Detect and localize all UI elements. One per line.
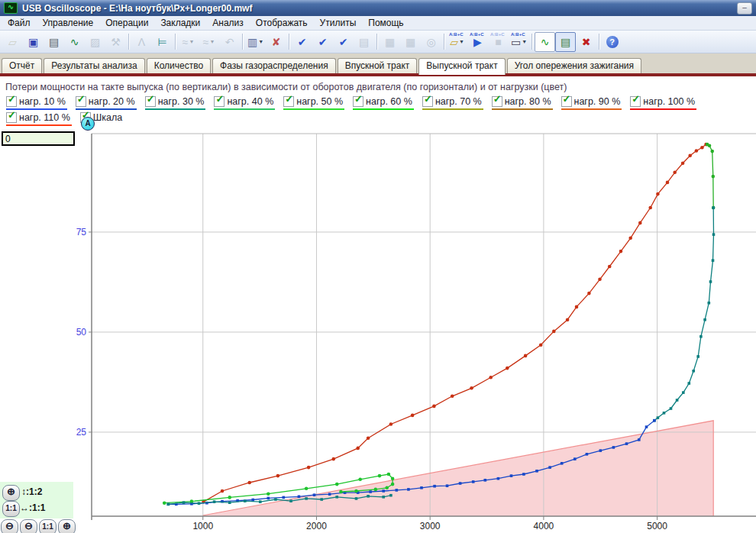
legend-item-нагр. 80 %[interactable]: нагр. 80 % — [492, 96, 553, 110]
zoom-one-to-one-v-button[interactable]: 1:1 — [2, 501, 20, 517]
menu-item-Помощь[interactable]: Помощь — [362, 17, 409, 29]
export-chart-button[interactable]: ∿ — [64, 32, 85, 52]
legend-item-нагр. 90 %[interactable]: нагр. 90 % — [561, 96, 622, 110]
marker-load-ramp-red — [681, 162, 685, 166]
save-button[interactable]: ▣ — [23, 32, 44, 52]
marker-return-blue — [382, 489, 385, 493]
legend-checkbox[interactable] — [492, 96, 502, 107]
legend-item-нагр. 60 %[interactable]: нагр. 60 % — [353, 96, 414, 110]
marker-loop-green — [354, 489, 358, 493]
marker-return-blue — [396, 489, 399, 492]
zoom-ratio-vertical: ↕:1:2 — [21, 486, 42, 497]
marker-return-blue — [548, 466, 551, 469]
marker-loop-green — [378, 474, 382, 478]
dropdown-arrow-icon[interactable]: ▼ — [209, 39, 215, 44]
legend-item-нагр. 10 %[interactable]: нагр. 10 % — [6, 96, 67, 110]
legend-checkbox[interactable] — [561, 96, 572, 107]
legend-item-нагр. 70 %[interactable]: нагр. 70 % — [422, 96, 483, 110]
legend-checkbox[interactable] — [422, 96, 433, 107]
abc-open-button[interactable]: A:B+C▱▼ — [447, 32, 467, 52]
legend-checkbox[interactable] — [214, 96, 225, 107]
legend-checkbox[interactable] — [630, 96, 641, 107]
chart-view-button[interactable]: ∿ — [535, 32, 555, 52]
legend-checkbox[interactable] — [353, 96, 363, 107]
legend-item-нагр. 50 %[interactable]: нагр. 50 % — [283, 96, 344, 110]
legend-item-нагр. 40 %[interactable]: нагр. 40 % — [214, 96, 275, 110]
tab-Фазы газораспределения[interactable]: Фазы газораспределения — [212, 58, 336, 73]
legend-item-нагр. 20 %[interactable]: нагр. 20 % — [76, 96, 137, 110]
open-file-icon: ▱ — [8, 36, 17, 48]
marker-return-blue — [638, 438, 641, 441]
marker-return-blue — [599, 449, 603, 452]
apply-next-button[interactable]: ✔ — [312, 32, 333, 52]
menu-item-Утилиты[interactable]: Утилиты — [314, 17, 363, 29]
dropdown-arrow-icon[interactable]: ▼ — [459, 39, 464, 44]
dropdown-arrow-icon[interactable]: ▼ — [258, 39, 263, 44]
zoom-bottom-button-3[interactable]: ⊕ — [58, 519, 76, 533]
toolbar-separator — [376, 34, 377, 50]
minimize-button[interactable]: – — [737, 2, 752, 15]
measure-button[interactable]: ⊨ — [152, 32, 173, 52]
tab-Количество[interactable]: Количество — [147, 58, 211, 73]
impulse-icon: Λ — [138, 36, 145, 48]
menu-item-Операции[interactable]: Операции — [99, 17, 154, 29]
zoom-bottom-button-0[interactable]: ⊖ — [1, 519, 18, 533]
marker-load-ramp-red — [506, 367, 509, 370]
tab-Отчёт[interactable]: Отчёт — [2, 58, 42, 73]
marker-load-ramp-red — [648, 206, 652, 210]
zoom-bottom-button-1[interactable]: ⊖ — [20, 519, 37, 533]
tab-Выпускной тракт[interactable]: Выпускной тракт — [418, 58, 505, 75]
legend-checkbox[interactable] — [6, 96, 17, 107]
marker-low-teal — [367, 495, 370, 498]
zoom-bottom-button-2[interactable]: 1:1 — [39, 519, 57, 533]
marker-return-blue — [645, 425, 648, 428]
marker-return-blue — [298, 496, 301, 499]
legend-item-нагр. 100 %[interactable]: нагр. 100 % — [630, 96, 696, 110]
marker-return-blue — [561, 462, 564, 465]
delete-marks-icon: ✖ — [582, 36, 591, 48]
help-button[interactable]: ? — [602, 32, 622, 52]
legend-checkbox[interactable] — [145, 96, 156, 107]
zoom-expand-v-button[interactable]: ⊕ — [2, 485, 20, 501]
legend-item-нагр. 110 %[interactable]: нагр. 110 % — [6, 112, 72, 126]
open-file-button: ▱ — [2, 32, 23, 52]
legend-checkbox[interactable] — [6, 112, 17, 123]
menu-item-Файл[interactable]: Файл — [2, 17, 37, 29]
marker-a[interactable]: A — [81, 117, 95, 131]
marker-low-teal — [274, 498, 277, 501]
tab-Угол опережения зажигания[interactable]: Угол опережения зажигания — [507, 58, 641, 73]
marker-load-ramp-red — [628, 237, 632, 241]
delete-marks-button[interactable]: ✖ — [576, 32, 596, 52]
legend-checkbox[interactable] — [76, 96, 86, 107]
window-title: USB Oscilloscope - E:\На ноутбук\Px+Long… — [22, 3, 252, 14]
menu-item-Закладки[interactable]: Закладки — [154, 17, 206, 29]
marker-return-blue — [586, 453, 589, 456]
abc-run-button[interactable]: A:B+C▶ — [467, 32, 488, 52]
select-graph-button[interactable]: ▥▼ — [245, 32, 266, 52]
notes-button[interactable]: ▤ — [555, 32, 576, 52]
dropdown-arrow-icon[interactable]: ▼ — [189, 39, 194, 44]
value-input[interactable] — [2, 131, 75, 146]
marker-return-blue — [535, 470, 538, 473]
menu-item-Отображать[interactable]: Отображать — [250, 17, 314, 29]
y-tick-label: 75 — [76, 227, 87, 237]
tab-Впускной тракт[interactable]: Впускной тракт — [338, 58, 418, 73]
marker-load-ramp-red — [539, 343, 543, 347]
y-tick-label: 50 — [76, 327, 87, 338]
menu-item-Управление[interactable]: Управление — [37, 17, 100, 29]
abc-window-button[interactable]: A:B+C▭▼ — [509, 32, 529, 52]
print-button[interactable]: ▤ — [44, 32, 64, 52]
menu-item-Анализ[interactable]: Анализ — [206, 17, 250, 29]
dropdown-arrow-icon[interactable]: ▼ — [522, 39, 527, 44]
marker-loop-green — [305, 487, 309, 491]
apply-all-button[interactable]: ✔ — [333, 32, 354, 52]
tab-Результаты анализа[interactable]: Результаты анализа — [44, 58, 144, 73]
delete-graph-button[interactable]: ✘ — [266, 32, 286, 52]
marker-return-blue — [472, 480, 475, 483]
legend-checkbox[interactable] — [283, 96, 294, 107]
marker-load-ramp-red — [524, 354, 528, 358]
apply-check-button[interactable]: ✔ — [292, 32, 312, 52]
legend-item-нагр. 30 %[interactable]: нагр. 30 % — [145, 96, 206, 110]
titlebar: ∿ USB Oscilloscope - E:\На ноутбук\Px+Lo… — [0, 0, 756, 16]
legend: нагр. 10 %нагр. 20 %нагр. 30 %нагр. 40 %… — [0, 96, 756, 126]
